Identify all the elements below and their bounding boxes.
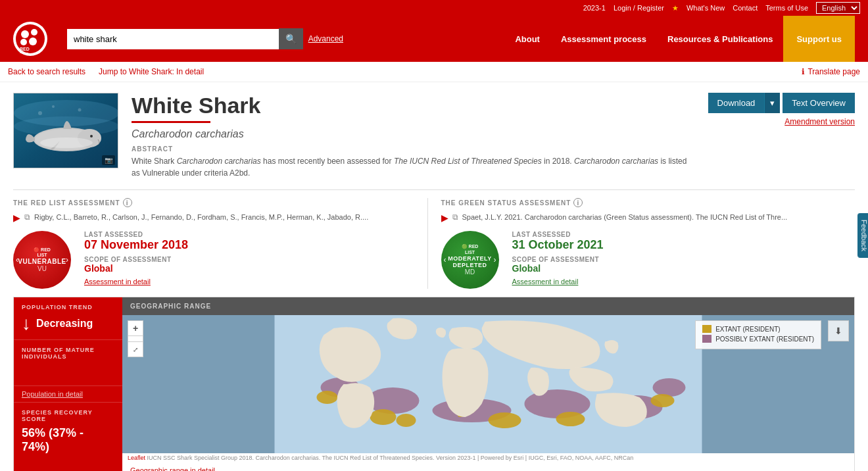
green-status-date: 31 October 2021 [512, 238, 842, 252]
language-select[interactable]: English [816, 2, 860, 14]
map-zoom-in-button[interactable]: + [128, 320, 143, 336]
svg-point-27 [397, 414, 416, 427]
svg-point-15 [38, 111, 42, 115]
about-nav-link[interactable]: About [504, 16, 550, 62]
green-status-next-icon[interactable]: › [494, 255, 496, 264]
map-section: GEOGRAPHIC RANGE + − ⤢ ⬇ EXTANT (RESIDEN… [122, 297, 854, 471]
population-detail-link[interactable]: Population in detail [14, 386, 122, 403]
map-providers: | Powered by Esri | IUGC, Esri, FAO, NOA… [477, 455, 633, 461]
geographic-range-link[interactable]: Geographic range in detail [122, 462, 854, 471]
map-legend: EXTANT (RESIDENT) POSSIBLY EXTANT (RESID… [695, 320, 821, 349]
whats-new-link[interactable]: What's New [687, 4, 725, 12]
red-list-copy-icon[interactable]: ⧉ [24, 212, 30, 222]
svg-point-3 [20, 39, 27, 45]
red-list-citation: Rigby, C.L., Barreto, R., Carlson, J., F… [34, 212, 368, 222]
support-button[interactable]: Support us [783, 16, 855, 62]
green-list-mini-logo: 🟢 RED LIST [462, 244, 479, 255]
map-expand-button[interactable]: ⤢ [128, 341, 143, 357]
moderately-depleted-circle[interactable]: ‹ › 🟢 RED LIST MODERATELY DEPLETED MD [441, 231, 499, 289]
translate-link[interactable]: ℹ Translate page [802, 67, 860, 76]
advanced-search-link[interactable]: Advanced [308, 34, 343, 43]
main-content: 📷 White Shark Carcharodon carcharias ABS… [0, 82, 868, 471]
jump-to-detail-link[interactable]: Jump to White Shark: In detail [99, 67, 204, 76]
species-scientific-name: Carcharodon carcharias [132, 128, 695, 140]
svg-point-32 [651, 394, 675, 407]
svg-point-16 [52, 105, 55, 108]
left-panel: POPULATION TREND ↓ Decreasing NUMBER OF … [14, 297, 122, 471]
login-link[interactable]: Login / Register [614, 4, 664, 12]
vulnerable-circle[interactable]: ‹ › 🔴 RED LIST VULNERABLE VU [13, 231, 71, 289]
green-status-scope: Global [512, 263, 842, 274]
svg-point-17 [78, 109, 82, 112]
bottom-section: POPULATION TREND ↓ Decreasing NUMBER OF … [13, 297, 855, 471]
green-status-title: THE GREEN STATUS ASSESSMENT i [441, 198, 842, 207]
status-next-icon[interactable]: › [66, 255, 68, 264]
extant-legend-item: EXTANT (RESIDENT) [702, 325, 814, 333]
map-container[interactable]: + − ⤢ ⬇ EXTANT (RESIDENT) POSSIBLY EXTAN… [122, 315, 854, 453]
green-status-citation: Spaet, J.L.Y. 2021. Carcharodon carchari… [462, 212, 788, 222]
svg-point-31 [317, 391, 338, 404]
red-list-status-row: ‹ › 🔴 RED LIST VULNERABLE VU LAST ASSESS… [13, 231, 414, 289]
leaflet-link[interactable]: Leaflet [128, 455, 145, 461]
site-header: RED LIST 🔍 Advanced About Assessment pro… [0, 16, 868, 62]
main-nav: About Assessment process Resources & Pub… [504, 16, 855, 62]
map-footer: Leaflet IUCN SSC Shark Specialist Group … [122, 453, 854, 462]
green-status-status-row: ‹ › 🟢 RED LIST MODERATELY DEPLETED MD LA… [441, 231, 842, 289]
red-list-detail-link[interactable]: Assessment in detail [84, 278, 414, 285]
recovery-score-value: 56% (37% - 74%) [22, 426, 114, 454]
moderately-depleted-label: MODERATELY DEPLETED [441, 255, 499, 268]
green-status-citation-row: ▶ ⧉ Spaet, J.L.Y. 2021. Carcharodon carc… [441, 212, 842, 223]
assessment-process-nav-link[interactable]: Assessment process [550, 16, 657, 62]
map-download-button[interactable]: ⬇ [828, 320, 849, 341]
translate-icon: ℹ [802, 67, 805, 76]
species-image: 📷 [13, 93, 118, 168]
green-status-prev-icon[interactable]: ‹ [444, 255, 446, 264]
species-info: White Shark Carcharodon carcharias ABSTR… [132, 93, 695, 179]
back-to-search-link[interactable]: Back to search results [8, 67, 85, 76]
download-buttons: Download ▾ Text Overview [708, 93, 855, 113]
num-mature-section: NUMBER OF MATURE INDIVIDUALS [14, 340, 122, 386]
version-label: 2023-1 [583, 4, 606, 12]
contact-link[interactable]: Contact [733, 4, 758, 12]
red-list-title: THE RED LIST ASSESSMENT i [13, 198, 414, 207]
terms-link[interactable]: Terms of Use [765, 4, 808, 12]
red-list-mini-logo: 🔴 RED LIST [34, 247, 51, 259]
green-status-copy-icon[interactable]: ⧉ [452, 212, 458, 222]
download-label: Download [717, 98, 756, 108]
decreasing-row: ↓ Decreasing [22, 314, 114, 333]
moderately-depleted-code: MD [465, 268, 475, 276]
breadcrumb: Back to search results Jump to White Sha… [0, 62, 868, 82]
svg-point-19 [367, 387, 420, 414]
abstract-text: White Shark Carcharodon carcharias has m… [132, 155, 695, 179]
red-list-info-icon[interactable]: i [123, 198, 132, 207]
amendment-link[interactable]: Amendment version [784, 117, 855, 126]
red-list-assessment-col: THE RED LIST ASSESSMENT i ▶ ⧉ Rigby, C.L… [13, 198, 427, 289]
green-status-toggle[interactable]: ▶ [441, 212, 448, 223]
feedback-tab[interactable]: Feedback [857, 213, 868, 258]
search-button[interactable]: 🔍 [279, 28, 303, 49]
logo-area: RED LIST [13, 22, 47, 56]
possibly-extant-legend-label: POSSIBLY EXTANT (RESIDENT) [715, 335, 814, 343]
species-common-name: White Shark [132, 93, 695, 118]
download-button[interactable]: Download [708, 93, 765, 113]
search-input[interactable] [67, 29, 279, 49]
svg-point-13 [90, 135, 93, 137]
green-status-info-icon[interactable]: i [573, 198, 583, 207]
text-overview-button[interactable]: Text Overview [783, 93, 855, 113]
map-title: GEOGRAPHIC RANGE [122, 297, 854, 315]
status-prev-icon[interactable]: ‹ [16, 255, 18, 264]
resources-nav-link[interactable]: Resources & Publications [657, 16, 783, 62]
download-dropdown-button[interactable]: ▾ [764, 93, 780, 113]
download-area: Download ▾ Text Overview Amendment versi… [708, 93, 855, 179]
red-list-details: LAST ASSESSED 07 November 2018 SCOPE OF … [84, 231, 414, 285]
red-list-scope: Global [84, 263, 414, 274]
camera-icon: 📷 [102, 155, 115, 165]
red-list-citation-row: ▶ ⧉ Rigby, C.L., Barreto, R., Carlson, J… [13, 212, 414, 223]
red-list-date: 07 November 2018 [84, 238, 414, 252]
top-bar: 2023-1 Login / Register ★ What's New Con… [0, 0, 868, 16]
species-header: 📷 White Shark Carcharodon carcharias ABS… [13, 93, 855, 179]
svg-point-28 [489, 412, 521, 428]
svg-point-2 [31, 29, 37, 36]
red-list-toggle[interactable]: ▶ [13, 212, 20, 223]
green-status-detail-link[interactable]: Assessment in detail [512, 278, 842, 285]
